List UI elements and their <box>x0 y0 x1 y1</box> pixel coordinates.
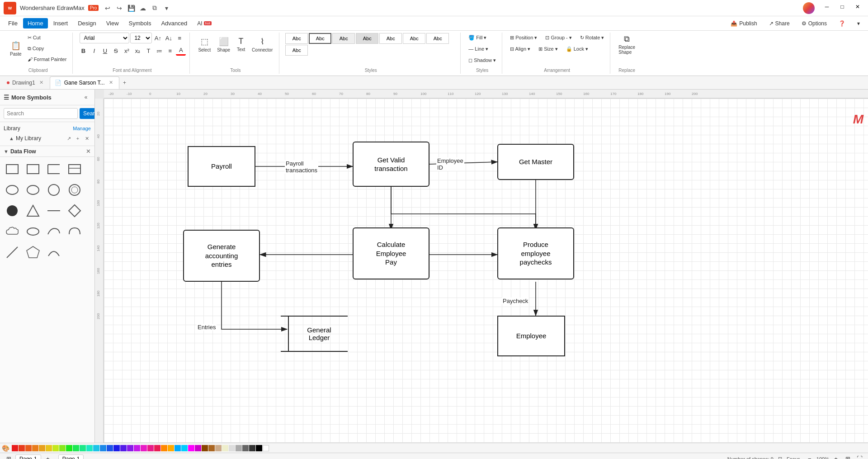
undo-button[interactable]: ↩ <box>102 3 113 14</box>
group-button[interactable]: ⊡ Group - ▾ <box>543 33 574 43</box>
employee-node[interactable]: Employee <box>497 316 565 356</box>
shape-line-rect[interactable] <box>65 160 84 179</box>
shape-tool-button[interactable]: ⬜ Shape <box>214 33 233 56</box>
cut-button[interactable]: ✂ Cut <box>25 33 69 43</box>
page-tab-active[interactable]: Page-1 <box>58 454 84 459</box>
menu-insert[interactable]: Insert <box>49 18 73 28</box>
color-swatch-orange[interactable] <box>32 445 38 451</box>
color-swatch-deep-orange[interactable] <box>161 445 167 451</box>
text-tool-button[interactable]: T Text <box>234 33 248 56</box>
connector-tool-button[interactable]: ⌇ Connector <box>249 33 275 56</box>
subscript-button[interactable]: x₂ <box>132 46 142 56</box>
menu-advanced[interactable]: Advanced <box>156 18 192 28</box>
style-swatch-7[interactable]: Abc <box>426 33 449 44</box>
font-size-select[interactable]: 12 <box>130 33 152 43</box>
color-swatch-teal[interactable] <box>86 445 93 451</box>
color-swatch-yellow-green[interactable] <box>52 445 59 451</box>
color-swatch-dark-blue[interactable] <box>113 445 120 451</box>
italic-button[interactable]: I <box>89 46 99 56</box>
shape-triangle[interactable] <box>24 201 42 220</box>
get-master-node[interactable]: Get Master <box>497 144 574 180</box>
shape-curve[interactable] <box>44 222 63 241</box>
shape-rectangle2[interactable] <box>24 160 42 179</box>
help-button[interactable]: ❓ <box>834 19 850 28</box>
color-swatch-indigo[interactable] <box>120 445 127 451</box>
search-button[interactable]: Search <box>80 108 95 119</box>
my-library-row[interactable]: ▲ My Library ↗ + ✕ <box>4 133 91 144</box>
redo-button[interactable]: ↪ <box>114 3 125 14</box>
add-library-button[interactable]: + <box>74 134 82 142</box>
payroll-node[interactable]: Payroll <box>188 146 255 187</box>
collapse-panel-button[interactable]: « <box>81 92 91 102</box>
close-library-button[interactable]: ✕ <box>83 134 91 142</box>
color-swatch-gray[interactable] <box>236 445 242 451</box>
color-swatch-purple2[interactable] <box>195 445 201 451</box>
calculate-pay-node[interactable]: CalculateEmployeePay <box>353 227 429 279</box>
search-input[interactable] <box>4 108 78 119</box>
color-swatch-fuchsia[interactable] <box>188 445 194 451</box>
rotate-button[interactable]: ↻ Rotate ▾ <box>578 33 607 43</box>
style-swatch-1[interactable]: Abc <box>285 33 308 44</box>
menu-file[interactable]: File <box>4 18 22 28</box>
color-swatch-green2[interactable] <box>73 445 79 451</box>
bold-button[interactable]: B <box>78 46 88 56</box>
color-swatch-brown[interactable] <box>202 445 208 451</box>
menu-home[interactable]: Home <box>23 18 48 28</box>
get-valid-node[interactable]: Get Validtransaction <box>353 142 429 187</box>
zoom-in-button[interactable]: + <box>831 454 841 459</box>
color-swatch-purple[interactable] <box>134 445 140 451</box>
shape-oval[interactable] <box>24 222 42 241</box>
style-swatch-4[interactable]: Abc <box>356 33 378 44</box>
superscript-button[interactable]: x² <box>122 46 132 56</box>
shape-arc[interactable] <box>44 243 63 262</box>
color-swatch-gold[interactable] <box>168 445 174 451</box>
line-button[interactable]: — Line ▾ <box>466 44 498 54</box>
view-mode-button[interactable]: ⊞ <box>4 454 14 459</box>
shape-pentagon[interactable] <box>24 243 42 262</box>
color-swatch-magenta[interactable] <box>141 445 147 451</box>
shape-ellipse2[interactable] <box>24 180 42 199</box>
shape-cloud[interactable] <box>3 222 22 241</box>
tab-drawing1-close[interactable]: ✕ <box>38 79 45 86</box>
list2-button[interactable]: ≡ <box>165 46 175 56</box>
add-page-button[interactable]: + <box>43 454 53 459</box>
color-swatch-dark-gray[interactable] <box>242 445 249 451</box>
decrease-font-button[interactable]: A↓ <box>164 33 174 43</box>
replace-shape-button[interactable]: ⧉ ReplaceShape <box>616 33 638 56</box>
shape-rectangle[interactable] <box>3 160 22 179</box>
color-swatch-violet[interactable] <box>127 445 133 451</box>
save-cloud-button[interactable]: ☁ <box>137 3 148 14</box>
color-swatch-charcoal[interactable] <box>249 445 255 451</box>
zoom-fit-button[interactable]: ⊞ <box>843 454 853 459</box>
color-swatch-amber[interactable] <box>39 445 45 451</box>
style-swatch-3[interactable]: Abc <box>332 33 355 44</box>
share-doc-button[interactable]: ↗Share <box>764 19 794 28</box>
color-swatch-sky-blue[interactable] <box>175 445 181 451</box>
minimize-button[interactable]: ─ <box>820 2 834 11</box>
shape-ellipse[interactable] <box>3 180 22 199</box>
export-library-button[interactable]: ↗ <box>65 134 73 142</box>
font-family-select[interactable]: Arial <box>80 33 129 43</box>
save-button[interactable]: 💾 <box>126 3 137 14</box>
paste-button[interactable]: 📋 Paste <box>7 37 24 60</box>
collapse-ribbon-button[interactable]: ▾ <box>853 19 864 28</box>
color-swatch-red2[interactable] <box>19 445 25 451</box>
publish-button[interactable]: 📤Publish <box>726 19 761 28</box>
align-arrange-button[interactable]: ⊟ Align ▾ <box>508 44 533 54</box>
color-swatch-black[interactable] <box>256 445 262 451</box>
color-swatch-azure[interactable] <box>181 445 188 451</box>
shape-diamond[interactable] <box>65 201 84 220</box>
maximize-button[interactable]: □ <box>835 2 849 11</box>
color-swatch-tan[interactable] <box>215 445 222 451</box>
produce-paychecks-node[interactable]: Produceemployeepaychecks <box>497 227 574 279</box>
color-swatch-light-gray[interactable] <box>229 445 235 451</box>
general-ledger-node[interactable]: GeneralLedger <box>280 316 348 352</box>
color-swatch-cream[interactable] <box>222 445 228 451</box>
color-swatch-blue[interactable] <box>107 445 113 451</box>
copy-button[interactable]: ⧉ Copy <box>25 43 69 53</box>
text-format-button[interactable]: T <box>143 46 153 56</box>
close-button[interactable]: ✕ <box>851 2 864 11</box>
color-swatch-sienna[interactable] <box>208 445 215 451</box>
strikethrough-button[interactable]: S <box>111 46 121 56</box>
library-row[interactable]: Library Manage <box>4 124 91 133</box>
